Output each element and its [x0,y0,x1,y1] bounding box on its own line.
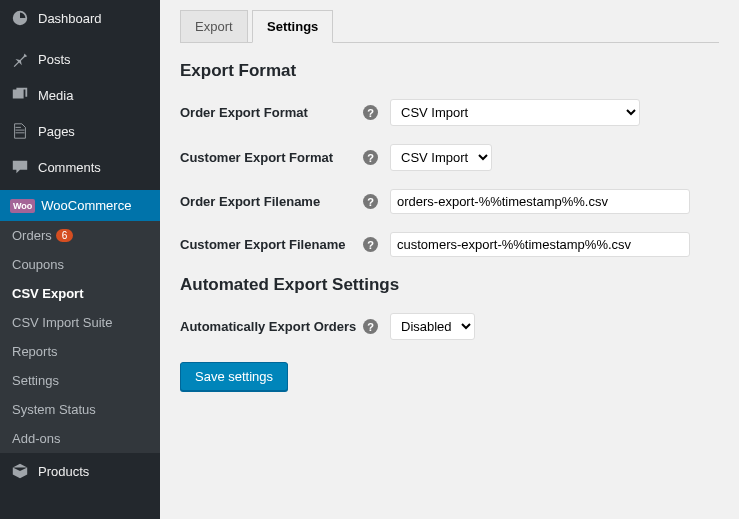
help-icon[interactable]: ? [363,319,378,334]
tab-nav: Export Settings [180,10,719,43]
help-icon[interactable]: ? [363,194,378,209]
menu-products[interactable]: Products [0,453,160,489]
menu-comments[interactable]: Comments [0,149,160,185]
field-label: Order Export Filename [180,194,320,209]
submenu-label: Settings [12,373,59,388]
woocommerce-icon: Woo [10,199,35,213]
row-auto-export: Automatically Export Orders ? Disabled [180,313,719,340]
menu-label: Media [38,88,150,103]
order-format-select[interactable]: CSV Import [390,99,640,126]
menu-posts[interactable]: Posts [0,41,160,77]
submenu-orders[interactable]: Orders 6 [0,221,160,250]
submenu-label: Coupons [12,257,64,272]
field-label: Customer Export Filename [180,237,345,252]
menu-media[interactable]: Media [0,77,160,113]
customer-format-select[interactable]: CSV Import [390,144,492,171]
tab-settings[interactable]: Settings [252,10,333,43]
menu-label: WooCommerce [41,198,150,213]
field-label: Order Export Format [180,105,308,120]
customer-filename-input[interactable] [390,232,690,257]
submenu-csv-import[interactable]: CSV Import Suite [0,308,160,337]
submenu-addons[interactable]: Add-ons [0,424,160,453]
main-content: Export Settings Export Format Order Expo… [160,0,739,519]
order-filename-input[interactable] [390,189,690,214]
admin-sidebar: Dashboard Posts Media Pages Comments Woo… [0,0,160,519]
row-customer-format: Customer Export Format ? CSV Import [180,144,719,171]
submenu-coupons[interactable]: Coupons [0,250,160,279]
submenu-label: Reports [12,344,58,359]
row-order-format: Order Export Format ? CSV Import [180,99,719,126]
orders-count-badge: 6 [56,229,74,242]
menu-dashboard[interactable]: Dashboard [0,0,160,36]
section-auto-export: Automated Export Settings [180,275,719,295]
dashboard-icon [10,8,30,28]
help-icon[interactable]: ? [363,105,378,120]
field-label: Automatically Export Orders [180,319,356,334]
menu-label: Posts [38,52,150,67]
auto-export-select[interactable]: Disabled [390,313,475,340]
menu-pages[interactable]: Pages [0,113,160,149]
products-icon [10,461,30,481]
submenu-csv-export[interactable]: CSV Export [0,279,160,308]
menu-label: Comments [38,160,150,175]
media-icon [10,85,30,105]
menu-label: Products [38,464,150,479]
tab-export[interactable]: Export [180,10,248,43]
woocommerce-submenu: Orders 6 Coupons CSV Export CSV Import S… [0,221,160,453]
menu-woocommerce[interactable]: Woo WooCommerce [0,190,160,221]
comment-icon [10,157,30,177]
section-export-format: Export Format [180,61,719,81]
pin-icon [10,49,30,69]
submenu-label: Orders [12,228,52,243]
help-icon[interactable]: ? [363,150,378,165]
submenu-settings[interactable]: Settings [0,366,160,395]
submenu-label: CSV Import Suite [12,315,112,330]
row-customer-filename: Customer Export Filename ? [180,232,719,257]
menu-label: Dashboard [38,11,150,26]
row-order-filename: Order Export Filename ? [180,189,719,214]
field-label: Customer Export Format [180,150,333,165]
help-icon[interactable]: ? [363,237,378,252]
submenu-label: Add-ons [12,431,60,446]
submenu-system-status[interactable]: System Status [0,395,160,424]
save-button[interactable]: Save settings [180,362,288,391]
menu-label: Pages [38,124,150,139]
submenu-label: CSV Export [12,286,84,301]
submenu-reports[interactable]: Reports [0,337,160,366]
submenu-label: System Status [12,402,96,417]
pages-icon [10,121,30,141]
